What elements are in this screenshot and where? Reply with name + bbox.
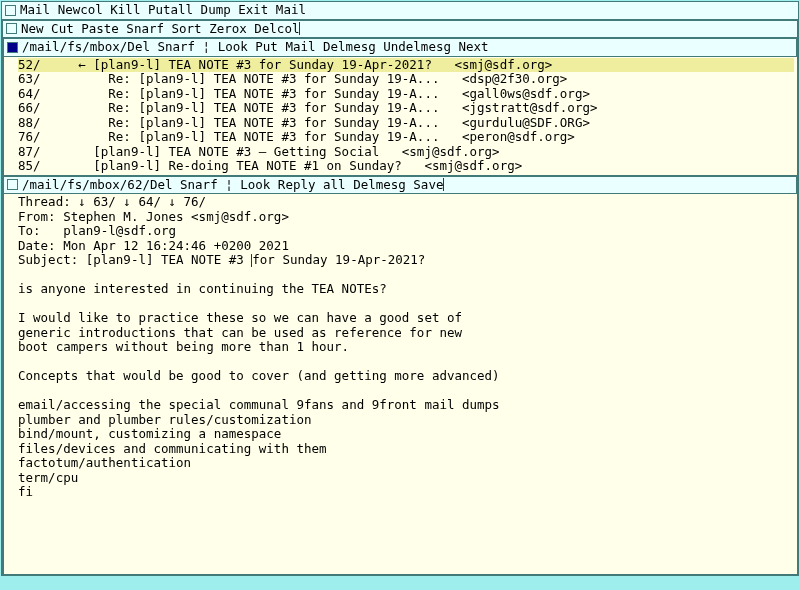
layout-box-icon[interactable] [6, 23, 17, 34]
message-commands[interactable]: Del Snarf ¦ Look Reply all Delmesg Save [150, 178, 444, 193]
dirty-box-icon[interactable] [7, 42, 18, 53]
message-list[interactable]: 52/ ← [plan9-l] TEA NOTE #3 for Sunday 1… [3, 57, 797, 175]
subject-line: Subject: [plan9-l] TEA NOTE #3 for Sunda… [18, 252, 425, 267]
to-line: To: plan9-l@sdf.org [18, 223, 176, 238]
message-window: /mail/fs/mbox/62/ Del Snarf ¦ Look Reply… [2, 175, 798, 576]
text-caret-icon [443, 178, 444, 191]
list-item[interactable]: 76/ Re: [plan9-l] TEA NOTE #3 for Sunday… [18, 130, 794, 145]
mailbox-commands[interactable]: Del Snarf ¦ Look Put Mail Delmesg Undelm… [127, 40, 488, 55]
list-item[interactable]: 63/ Re: [plan9-l] TEA NOTE #3 for Sunday… [18, 72, 794, 87]
main-tag-commands[interactable]: Mail Newcol Kill Putall Dump Exit Mail [20, 3, 306, 18]
mailbox-path[interactable]: /mail/fs/mbox/ [22, 40, 127, 55]
mailbox-window: /mail/fs/mbox/ Del Snarf ¦ Look Put Mail… [2, 37, 798, 176]
column-tag-commands[interactable]: New Cut Paste Snarf Sort Zerox Delcol [21, 22, 299, 37]
list-item[interactable]: 52/ ← [plan9-l] TEA NOTE #3 for Sunday 1… [18, 58, 794, 73]
body-text[interactable]: is anyone interested in continuing the T… [18, 281, 500, 499]
list-item[interactable]: 88/ Re: [plan9-l] TEA NOTE #3 for Sunday… [18, 116, 794, 131]
mailbox-tag[interactable]: /mail/fs/mbox/ Del Snarf ¦ Look Put Mail… [3, 38, 797, 57]
acme-main-tag[interactable]: Mail Newcol Kill Putall Dump Exit Mail [1, 1, 799, 20]
from-line: From: Stephen M. Jones <smj@sdf.org> [18, 209, 289, 224]
message-path[interactable]: /mail/fs/mbox/62/ [22, 178, 150, 193]
layout-box-icon[interactable] [5, 5, 16, 16]
list-item[interactable]: 64/ Re: [plan9-l] TEA NOTE #3 for Sunday… [18, 87, 794, 102]
thread-line[interactable]: Thread: ↓ 63/ ↓ 64/ ↓ 76/ [18, 194, 206, 209]
message-body[interactable]: Thread: ↓ 63/ ↓ 64/ ↓ 76/ From: Stephen … [3, 194, 797, 574]
layout-box-icon[interactable] [7, 179, 18, 190]
list-item[interactable]: 85/ [plan9-l] Re-doing TEA NOTE #1 on Su… [18, 159, 794, 174]
date-line: Date: Mon Apr 12 16:24:46 +0200 2021 [18, 238, 289, 253]
list-item[interactable]: 66/ Re: [plan9-l] TEA NOTE #3 for Sunday… [18, 101, 794, 116]
acme-column-tag[interactable]: New Cut Paste Snarf Sort Zerox Delcol [2, 20, 798, 39]
message-tag[interactable]: /mail/fs/mbox/62/ Del Snarf ¦ Look Reply… [3, 176, 797, 195]
list-item[interactable]: 87/ [plan9-l] TEA NOTE #3 – Getting Soci… [18, 145, 794, 160]
text-caret-icon [299, 22, 300, 35]
